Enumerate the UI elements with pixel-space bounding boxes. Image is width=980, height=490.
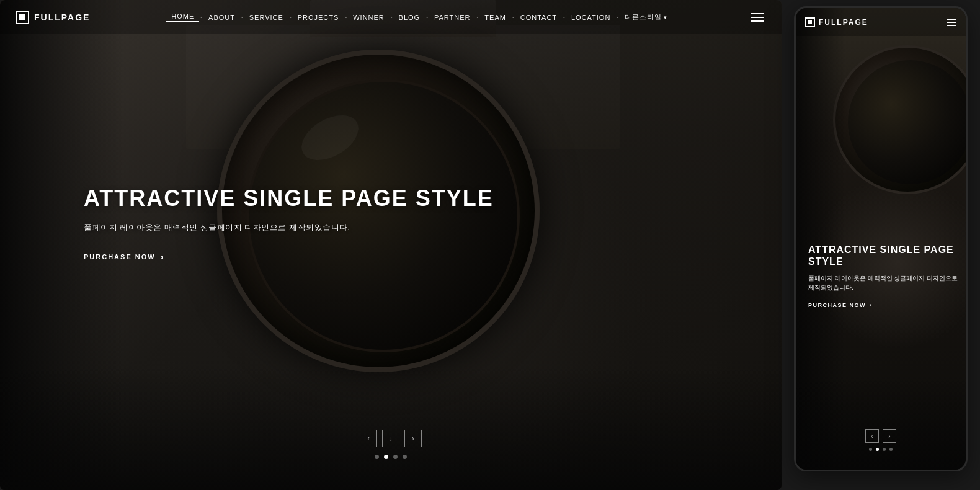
nav-item-location[interactable]: LOCATION xyxy=(566,14,615,21)
next-slide-button[interactable]: › xyxy=(404,430,422,447)
desktop-browser: FULLPAGE HOME • ABOUT • SERVICE • PROJEC… xyxy=(0,0,782,490)
mobile-hamburger-line-1 xyxy=(947,19,956,20)
nav-dropdown-styles[interactable]: 다른스타일 ▾ xyxy=(620,12,672,22)
mobile-purchase-now-button[interactable]: PURCHASE NOW › xyxy=(808,302,960,308)
mobile-logo-icon xyxy=(805,17,815,27)
nav-dot: • xyxy=(241,14,243,20)
mobile-arrow-right-icon: › xyxy=(870,302,873,308)
purchase-now-button[interactable]: PURCHASE NOW › xyxy=(84,252,494,262)
nav-item-partner[interactable]: PARTNER xyxy=(429,14,476,21)
mobile-slide-dot-4[interactable] xyxy=(889,448,893,451)
mobile-slide-dot-1[interactable] xyxy=(869,448,872,451)
mobile-prev-slide-button[interactable]: ‹ xyxy=(865,429,879,443)
slide-dots xyxy=(375,455,407,459)
hero-title: ATTRACTIVE SINGLE PAGE STYLE xyxy=(84,186,494,211)
nav-dot: • xyxy=(617,14,618,20)
mobile-dark-overlay-bottom xyxy=(796,376,966,470)
mobile-slide-arrows: ‹ › xyxy=(865,429,896,443)
slide-dot-2[interactable] xyxy=(384,455,388,459)
nav-dot: • xyxy=(290,14,292,20)
nav-link-about[interactable]: ABOUT xyxy=(203,14,240,21)
prev-slide-button[interactable]: ‹ xyxy=(360,430,377,447)
hero-subtitle: 풀페이지 레이아웃은 매력적인 싱글페이지 디자인으로 제작되었습니다. xyxy=(84,222,494,233)
scroll-down-button[interactable]: ↓ xyxy=(382,430,399,447)
logo[interactable]: FULLPAGE xyxy=(16,11,90,24)
hamburger-line-2 xyxy=(751,17,764,18)
nav-link-winner[interactable]: WINNER xyxy=(348,14,390,21)
arrow-right-icon: › xyxy=(161,252,165,262)
lens-highlight xyxy=(294,106,367,169)
cta-label: PURCHASE NOW xyxy=(84,253,156,261)
mobile-slide-dots xyxy=(869,448,893,451)
mobile-logo[interactable]: FULLPAGE xyxy=(805,17,868,27)
nav-item-about[interactable]: ABOUT xyxy=(203,14,240,21)
mobile-hamburger-menu[interactable] xyxy=(947,19,956,26)
hamburger-menu[interactable] xyxy=(749,11,766,24)
logo-icon xyxy=(16,11,29,24)
slide-dot-1[interactable] xyxy=(375,455,379,459)
nav-link-home[interactable]: HOME xyxy=(166,12,199,22)
bottom-controls: ‹ ↓ › xyxy=(360,430,422,459)
mobile-bottom-controls: ‹ › xyxy=(865,429,896,451)
slide-dot-4[interactable] xyxy=(403,455,407,459)
nav-link-blog[interactable]: BLOG xyxy=(394,14,425,21)
mobile-hero-content: ATTRACTIVE SINGLE PAGE STYLE 풀페이지 레이아웃은 … xyxy=(808,244,960,308)
hamburger-line-3 xyxy=(751,20,764,22)
mobile-navbar: FULLPAGE xyxy=(796,8,966,36)
mobile-hamburger-line-3 xyxy=(947,25,956,26)
nav-link-service[interactable]: SERVICE xyxy=(244,14,288,21)
nav-dot: • xyxy=(345,14,347,20)
slide-arrows: ‹ ↓ › xyxy=(360,430,422,447)
nav-dot: • xyxy=(477,14,479,20)
mobile-next-slide-button[interactable]: › xyxy=(883,429,896,443)
mobile-hero-title: ATTRACTIVE SINGLE PAGE STYLE xyxy=(808,244,960,267)
mobile-slide-dot-3[interactable] xyxy=(883,448,886,451)
nav-dot: • xyxy=(426,14,428,20)
navbar: FULLPAGE HOME • ABOUT • SERVICE • PROJEC… xyxy=(0,0,782,34)
nav-link-contact[interactable]: CONTACT xyxy=(515,14,562,21)
mobile-hamburger-line-2 xyxy=(947,22,956,23)
nav-dot: • xyxy=(512,14,514,20)
chevron-down-icon: ▾ xyxy=(664,14,667,20)
dark-overlay-bottom xyxy=(0,366,782,490)
mobile-lens-inner xyxy=(848,60,968,184)
nav-item-contact[interactable]: CONTACT xyxy=(515,14,562,21)
nav-dot: • xyxy=(391,14,393,20)
nav-link-location[interactable]: LOCATION xyxy=(566,14,615,21)
nav-links: HOME • ABOUT • SERVICE • PROJECTS • WINN… xyxy=(166,12,672,22)
nav-item-projects[interactable]: PROJECTS xyxy=(293,14,344,21)
nav-link-partner[interactable]: PARTNER xyxy=(429,14,476,21)
nav-item-home[interactable]: HOME xyxy=(166,12,199,22)
nav-dot: • xyxy=(200,14,202,20)
slide-dot-3[interactable] xyxy=(393,455,398,459)
mobile-logo-text: FULLPAGE xyxy=(819,18,868,27)
nav-link-projects[interactable]: PROJECTS xyxy=(293,14,344,21)
nav-item-team[interactable]: TEAM xyxy=(479,14,511,21)
hamburger-line-1 xyxy=(751,13,764,14)
nav-item-winner[interactable]: WINNER xyxy=(348,14,390,21)
mobile-hero-subtitle: 풀페이지 레이아웃은 매력적인 싱글페이지 디자인으로 제작되었습니다. xyxy=(808,274,960,292)
nav-item-blog[interactable]: BLOG xyxy=(394,14,425,21)
nav-dropdown-label: 다른스타일 xyxy=(625,12,662,22)
mobile-cta-label: PURCHASE NOW xyxy=(808,302,866,308)
nav-dot: • xyxy=(563,14,565,20)
hero-content: ATTRACTIVE SINGLE PAGE STYLE 풀페이지 레이아웃은 … xyxy=(84,186,494,262)
mobile-slide-dot-2[interactable] xyxy=(876,448,879,451)
mobile-browser: FULLPAGE ATTRACTIVE SINGLE PAGE STYLE 풀페… xyxy=(794,6,968,471)
nav-item-service[interactable]: SERVICE xyxy=(244,14,288,21)
logo-text: FULLPAGE xyxy=(34,12,90,22)
nav-link-team[interactable]: TEAM xyxy=(479,14,511,21)
